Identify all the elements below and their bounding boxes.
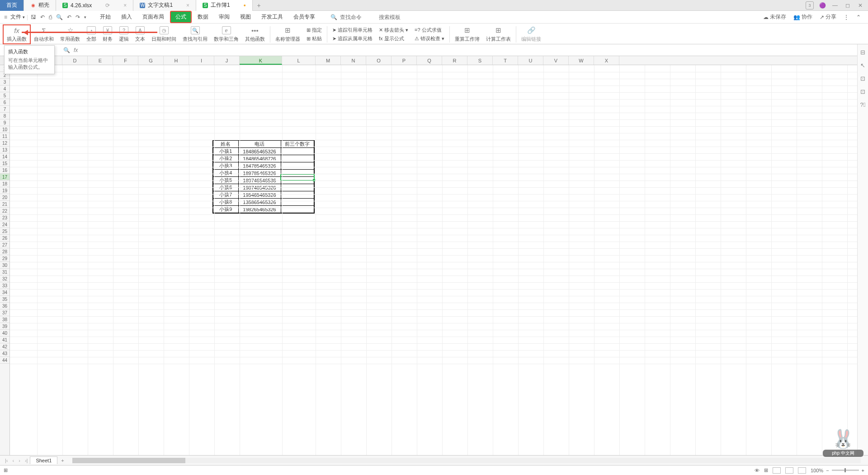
select-cursor-icon[interactable]: ↖ bbox=[860, 62, 865, 69]
cell[interactable]: 小孩2 bbox=[213, 155, 238, 162]
logic-fn-button[interactable]: ?逻辑 bbox=[116, 24, 132, 44]
eye-icon[interactable]: 👁 bbox=[755, 468, 760, 473]
save-icon[interactable]: 🖫 bbox=[31, 14, 36, 20]
row-header[interactable]: 3 bbox=[0, 79, 9, 86]
h-scrollbar[interactable] bbox=[72, 458, 861, 463]
row-header[interactable]: 32 bbox=[0, 276, 9, 282]
column-header[interactable]: H bbox=[164, 56, 189, 65]
share-button[interactable]: ↗分享 bbox=[820, 13, 836, 21]
cell[interactable]: 195465465326 bbox=[238, 191, 281, 199]
group-icon[interactable]: ⊟ bbox=[860, 49, 865, 56]
common-fn-button[interactable]: ☆常用函数 bbox=[57, 24, 83, 44]
row-header[interactable]: 35 bbox=[0, 296, 9, 303]
row-header[interactable]: 39 bbox=[0, 323, 9, 330]
row-header[interactable]: 13 bbox=[0, 147, 9, 153]
sheet-first-icon[interactable]: |‹ bbox=[3, 458, 10, 463]
dropdown-icon[interactable]: ▾ bbox=[84, 15, 86, 19]
lookup-fn-button[interactable]: 🔍查找与引用 bbox=[179, 24, 211, 44]
back-icon[interactable]: ↶ bbox=[40, 14, 45, 20]
row-header[interactable]: 18 bbox=[0, 180, 9, 187]
column-header[interactable]: U bbox=[518, 56, 543, 65]
row-header[interactable]: 12 bbox=[0, 140, 9, 147]
edit-link-button[interactable]: 🔗编辑链接 bbox=[518, 24, 544, 44]
row-header[interactable]: 20 bbox=[0, 194, 9, 201]
zoom-level[interactable]: 100% bbox=[811, 468, 823, 473]
close-window-button[interactable]: ✕ bbox=[856, 1, 864, 10]
tab-formula[interactable]: 公式 bbox=[170, 11, 192, 23]
row-header[interactable]: 42 bbox=[0, 343, 9, 350]
row-header[interactable]: 40 bbox=[0, 330, 9, 337]
text-fn-button[interactable]: A文本 bbox=[132, 24, 148, 44]
cell[interactable]: 184865468726 bbox=[238, 155, 281, 162]
row-header[interactable]: 44 bbox=[0, 357, 9, 364]
paste-button[interactable]: ⊞ 粘贴 bbox=[305, 35, 323, 43]
minimize-button[interactable]: — bbox=[831, 1, 839, 10]
format-icon[interactable]: ⊡ bbox=[860, 75, 865, 82]
scroll-thumb[interactable] bbox=[72, 458, 185, 463]
file-menu[interactable]: 文件▾ bbox=[9, 13, 27, 21]
cell[interactable]: 184865465326 bbox=[238, 148, 281, 155]
user-avatar[interactable]: 🟣 bbox=[818, 1, 826, 10]
row-header[interactable]: 29 bbox=[0, 255, 9, 262]
template-search-input[interactable] bbox=[379, 14, 415, 20]
zoom-in-button[interactable]: + bbox=[862, 468, 864, 473]
cell[interactable] bbox=[281, 148, 314, 155]
tab-home[interactable]: 首页 bbox=[0, 0, 24, 11]
fx-icon[interactable]: fx bbox=[74, 47, 78, 53]
tab-pagelayout[interactable]: 页面布局 bbox=[138, 12, 169, 22]
name-manager-button[interactable]: ⊞名称管理器 bbox=[272, 24, 303, 44]
error-check-button[interactable]: ⚠ 错误检查▾ bbox=[413, 35, 446, 43]
autosum-button[interactable]: Σ自动求和 bbox=[31, 24, 57, 44]
remove-arrows-button[interactable]: ✕ 移去箭头▾ bbox=[377, 26, 410, 34]
row-header[interactable]: 30 bbox=[0, 262, 9, 269]
column-header[interactable]: N bbox=[341, 56, 366, 65]
row-header[interactable]: 8 bbox=[0, 113, 9, 119]
row-header[interactable]: 24 bbox=[0, 221, 9, 228]
row-header[interactable]: 31 bbox=[0, 269, 9, 276]
zoom-slider[interactable] bbox=[832, 470, 859, 471]
all-fn-button[interactable]: ⋆全部 bbox=[83, 24, 99, 44]
row-header[interactable]: 28 bbox=[0, 248, 9, 255]
column-header[interactable]: W bbox=[569, 56, 594, 65]
column-header[interactable]: F bbox=[113, 56, 138, 65]
add-sheet-button[interactable]: + bbox=[57, 458, 67, 463]
column-headers[interactable]: BCDEFGHIJKLMNOPQRSTUVWX bbox=[10, 56, 857, 65]
redo-icon[interactable]: ↷ bbox=[75, 14, 80, 20]
row-header[interactable]: 19 bbox=[0, 187, 9, 194]
tab-start[interactable]: 开始 bbox=[95, 12, 115, 22]
view-layout-button[interactable] bbox=[785, 467, 793, 474]
coop-button[interactable]: 👥协作 bbox=[793, 13, 812, 21]
collapse-ribbon-icon[interactable]: ⌃ bbox=[856, 14, 861, 20]
recalc-button[interactable]: ⊞重算工作簿 bbox=[452, 24, 483, 44]
tab-shell[interactable]: ◉稻壳 bbox=[24, 0, 56, 11]
command-search-input[interactable] bbox=[340, 14, 376, 20]
cell[interactable] bbox=[281, 206, 314, 214]
tab-insert[interactable]: 插入 bbox=[117, 12, 137, 22]
column-header[interactable]: K bbox=[240, 56, 282, 65]
unsaved-indicator[interactable]: ☁未保存 bbox=[763, 13, 786, 21]
tab-dev[interactable]: 开发工具 bbox=[257, 12, 288, 22]
column-header[interactable]: O bbox=[366, 56, 392, 65]
row-header[interactable]: 34 bbox=[0, 289, 9, 296]
row-header[interactable]: 5 bbox=[0, 92, 9, 99]
tab-workbook-active[interactable]: S工作簿1• bbox=[196, 0, 253, 11]
financial-fn-button[interactable]: ¥财务 bbox=[99, 24, 116, 44]
column-header[interactable]: M bbox=[316, 56, 341, 65]
cell[interactable]: 184785465326 bbox=[238, 162, 281, 170]
cell[interactable] bbox=[281, 199, 314, 206]
cell[interactable]: 小孩7 bbox=[213, 191, 238, 199]
help-icon[interactable]: ?⃝ bbox=[860, 101, 866, 108]
cell[interactable]: 小孩9 bbox=[213, 206, 238, 214]
cell[interactable]: 小孩8 bbox=[213, 199, 238, 206]
column-header[interactable]: G bbox=[138, 56, 164, 65]
row-header[interactable]: 15 bbox=[0, 160, 9, 167]
maximize-button[interactable]: ◻ bbox=[844, 1, 852, 10]
row-header[interactable]: 36 bbox=[0, 303, 9, 309]
row-header[interactable]: 25 bbox=[0, 228, 9, 235]
row-header[interactable]: 22 bbox=[0, 208, 9, 214]
zoom-formula-icon[interactable]: 🔍 bbox=[63, 47, 70, 53]
cell[interactable]: 198265465326 bbox=[238, 206, 281, 214]
eval-formula-button[interactable]: =? 公式求值 bbox=[413, 26, 446, 34]
preview-icon[interactable]: 🔍 bbox=[56, 14, 63, 20]
column-header[interactable]: R bbox=[442, 56, 467, 65]
